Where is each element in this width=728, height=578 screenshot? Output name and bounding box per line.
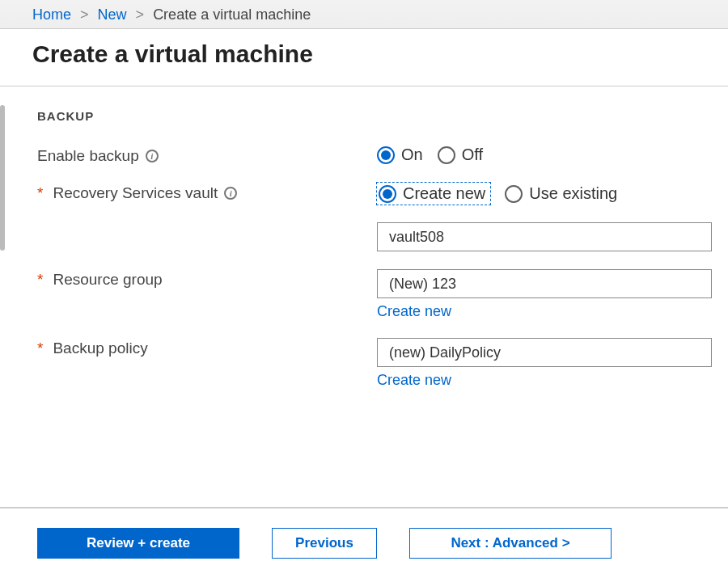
chevron-right-icon: >	[136, 6, 145, 23]
vault-label: Recovery Services vault	[53, 184, 218, 202]
vault-create-new-radio[interactable]: Create new	[377, 183, 490, 205]
vault-radio-group: Create new Use existing	[377, 183, 728, 205]
radio-icon	[505, 185, 523, 203]
resource-group-input[interactable]	[377, 269, 712, 298]
backup-policy-label: Backup policy	[53, 340, 147, 357]
vault-name-input[interactable]	[377, 222, 712, 251]
breadcrumb-new[interactable]: New	[98, 6, 127, 23]
radio-label: On	[401, 146, 423, 164]
backup-policy-create-new-link[interactable]: Create new	[377, 372, 451, 389]
radio-label: Off	[462, 146, 483, 164]
resource-group-label: Resource group	[53, 271, 162, 289]
section-backup-label: BACKUP	[37, 109, 728, 123]
next-button[interactable]: Next : Advanced >	[409, 528, 612, 559]
vault-use-existing-radio[interactable]: Use existing	[505, 184, 617, 203]
required-marker: *	[37, 184, 43, 202]
previous-button[interactable]: Previous	[272, 528, 377, 559]
radio-icon	[377, 146, 395, 164]
breadcrumb: Home > New > Create a virtual machine	[0, 0, 728, 29]
radio-icon	[438, 146, 455, 164]
page-title: Create a virtual machine	[32, 40, 713, 68]
review-create-button[interactable]: Review + create	[37, 528, 239, 559]
enable-backup-on-radio[interactable]: On	[377, 146, 423, 164]
enable-backup-off-radio[interactable]: Off	[438, 146, 483, 164]
required-marker: *	[37, 340, 43, 357]
breadcrumb-home[interactable]: Home	[32, 6, 71, 23]
backup-policy-input[interactable]	[377, 338, 712, 367]
footer-actions: Review + create Previous Next : Advanced…	[0, 507, 728, 578]
info-icon[interactable]: i	[224, 187, 237, 200]
radio-label: Use existing	[529, 184, 617, 203]
chevron-right-icon: >	[80, 6, 89, 23]
breadcrumb-current: Create a virtual machine	[153, 6, 311, 23]
radio-label: Create new	[403, 184, 485, 203]
resource-group-create-new-link[interactable]: Create new	[377, 303, 451, 320]
info-icon[interactable]: i	[146, 150, 159, 162]
enable-backup-label: Enable backup	[37, 147, 139, 165]
radio-icon	[379, 185, 396, 203]
required-marker: *	[37, 271, 43, 289]
enable-backup-radio-group: On Off	[377, 146, 728, 164]
